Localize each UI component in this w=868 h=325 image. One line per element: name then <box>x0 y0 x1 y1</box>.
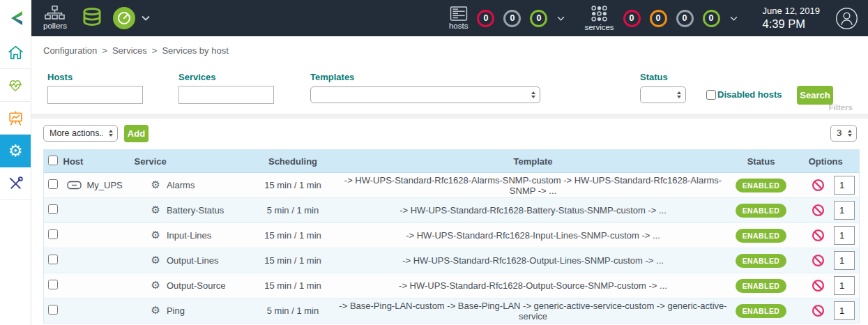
services-ok-counter[interactable]: 0 <box>703 10 720 27</box>
template-chain: -> HW-UPS-Standard-Rfc1628-Output-Lines-… <box>337 248 730 273</box>
sidebar-item-administration[interactable] <box>0 167 31 200</box>
sidebar-item-home[interactable] <box>0 36 31 69</box>
current-date: June 12, 2019 <box>763 6 820 17</box>
pollers-menu[interactable]: pollers <box>43 6 67 31</box>
disabled-hosts-label: Disabled hosts <box>717 89 782 100</box>
hosts-up-counter[interactable]: 0 <box>530 10 547 27</box>
services-dropdown-toggle[interactable] <box>730 16 738 21</box>
disable-icon[interactable] <box>812 229 825 242</box>
services-menu[interactable]: services <box>584 5 614 32</box>
column-header-status: Status <box>730 150 793 173</box>
row-checkbox[interactable] <box>48 305 58 315</box>
row-checkbox[interactable] <box>48 229 58 239</box>
gauge-status[interactable] <box>112 6 136 30</box>
disable-icon[interactable] <box>812 304 825 317</box>
tools-icon <box>7 175 24 192</box>
services-critical-counter[interactable]: 0 <box>623 10 641 27</box>
table-row: ⚙Output-Lines 15 min / 1 min -> HW-UPS-S… <box>44 248 860 273</box>
services-critical-value: 0 <box>630 13 634 23</box>
disable-icon[interactable] <box>812 254 825 267</box>
current-time: 4:39 PM <box>763 17 820 31</box>
hosts-menu[interactable]: hosts <box>449 6 469 31</box>
sidebar-item-configuration[interactable]: ⚙ <box>0 135 31 167</box>
breadcrumb-current-page: Services by host <box>162 45 228 56</box>
services-filter-input[interactable] <box>178 86 274 104</box>
breadcrumb-configuration[interactable]: Configuration <box>43 45 97 56</box>
service-name[interactable]: Input-Lines <box>167 230 211 241</box>
host-name[interactable]: My_UPS <box>87 180 123 190</box>
duplicate-count-input[interactable] <box>834 301 855 320</box>
row-checkbox[interactable] <box>48 280 58 289</box>
service-gear-icon: ⚙ <box>151 255 160 266</box>
status-filter-select[interactable] <box>640 86 686 103</box>
duplicate-count-input[interactable] <box>834 251 855 270</box>
duplicate-count-input[interactable] <box>834 226 855 245</box>
more-actions-select[interactable]: More actions... <box>43 125 118 142</box>
home-icon <box>7 44 24 61</box>
pollers-icon <box>45 6 65 21</box>
add-button[interactable]: Add <box>124 125 149 142</box>
hosts-filter-input[interactable] <box>47 86 143 104</box>
row-checkbox[interactable] <box>48 179 58 189</box>
clock: June 12, 2019 4:39 PM <box>763 6 820 31</box>
scheduling-value: 15 min / 1 min <box>250 223 337 248</box>
header-dropdown-toggle[interactable] <box>142 15 150 21</box>
breadcrumb-separator: > <box>102 45 107 56</box>
templates-filter-label: Templates <box>310 72 540 82</box>
hosts-dropdown-toggle[interactable] <box>557 16 565 21</box>
table-row: ⚙Ping 5 min / 1 min -> Base-Ping-LAN-cus… <box>44 298 860 324</box>
row-checkbox[interactable] <box>48 255 58 264</box>
template-chain: -> HW-UPS-Standard-Rfc1628-Alarms-SNMP-c… <box>337 173 730 198</box>
column-header-host: Host <box>63 150 135 173</box>
services-ok-value: 0 <box>709 13 714 23</box>
template-chain: -> Base-Ping-LAN-custom -> Base-Ping-LAN… <box>337 298 730 324</box>
table-row: ⚙Output-Source 15 min / 1 min -> HW-UPS-… <box>44 273 860 298</box>
disable-icon[interactable] <box>812 204 825 217</box>
chevron-down-icon <box>730 16 738 21</box>
duplicate-count-input[interactable] <box>834 276 855 295</box>
services-warning-value: 0 <box>656 13 661 23</box>
duplicate-count-input[interactable] <box>834 176 855 195</box>
table-row: My_UPS ⚙Alarms 15 min / 1 min -> HW-UPS-… <box>44 173 860 198</box>
centreon-logo[interactable] <box>0 0 31 36</box>
centreon-logo-icon <box>7 9 25 27</box>
table-header-row: Host Service Scheduling Template Status … <box>44 150 860 173</box>
status-badge: ENABLED <box>736 279 787 293</box>
duplicate-count-input[interactable] <box>834 201 855 220</box>
service-name[interactable]: Alarms <box>167 180 195 190</box>
disable-icon[interactable] <box>812 179 825 192</box>
top-header: pollers hosts <box>0 0 868 36</box>
service-name[interactable]: Output-Lines <box>167 255 218 266</box>
disable-icon[interactable] <box>812 279 825 292</box>
services-unknown-counter[interactable]: 0 <box>676 10 694 27</box>
sidebar-item-reporting[interactable] <box>0 102 31 135</box>
hosts-status-group: hosts 0 0 0 <box>449 6 565 31</box>
breadcrumb-services[interactable]: Services <box>112 45 147 56</box>
service-name[interactable]: Battery-Status <box>167 205 224 216</box>
search-button[interactable]: Search <box>797 86 833 105</box>
user-menu[interactable] <box>835 7 858 30</box>
service-name[interactable]: Ping <box>167 305 185 316</box>
table-row: ⚙Battery-Status 5 min / 1 min -> HW-UPS-… <box>44 198 860 223</box>
service-name[interactable]: Output-Source <box>167 280 226 291</box>
hosts-unreachable-value: 0 <box>510 13 515 23</box>
hosts-unreachable-counter[interactable]: 0 <box>503 10 521 27</box>
sidebar-item-monitoring[interactable] <box>0 69 31 102</box>
chevron-down-icon <box>557 16 565 21</box>
hosts-down-counter[interactable]: 0 <box>477 10 494 27</box>
status-badge: ENABLED <box>736 229 787 243</box>
database-status[interactable] <box>81 7 103 29</box>
scheduling-value: 5 min / 1 min <box>250 298 337 324</box>
templates-filter-select[interactable] <box>310 86 540 103</box>
host-icon <box>67 180 82 190</box>
section-divider <box>31 114 868 119</box>
services-warning-counter[interactable]: 0 <box>650 10 667 27</box>
scheduling-value: 5 min / 1 min <box>250 198 337 223</box>
disabled-hosts-checkbox[interactable] <box>706 90 716 100</box>
page-size-select[interactable]: 30 <box>830 125 857 142</box>
template-chain: -> HW-UPS-Standard-Rfc1628-Output-Source… <box>337 273 730 298</box>
row-checkbox[interactable] <box>48 204 58 214</box>
select-all-checkbox[interactable] <box>48 156 58 165</box>
pollers-label: pollers <box>43 22 67 31</box>
actions-toolbar: More actions... Add 30 <box>31 119 868 149</box>
